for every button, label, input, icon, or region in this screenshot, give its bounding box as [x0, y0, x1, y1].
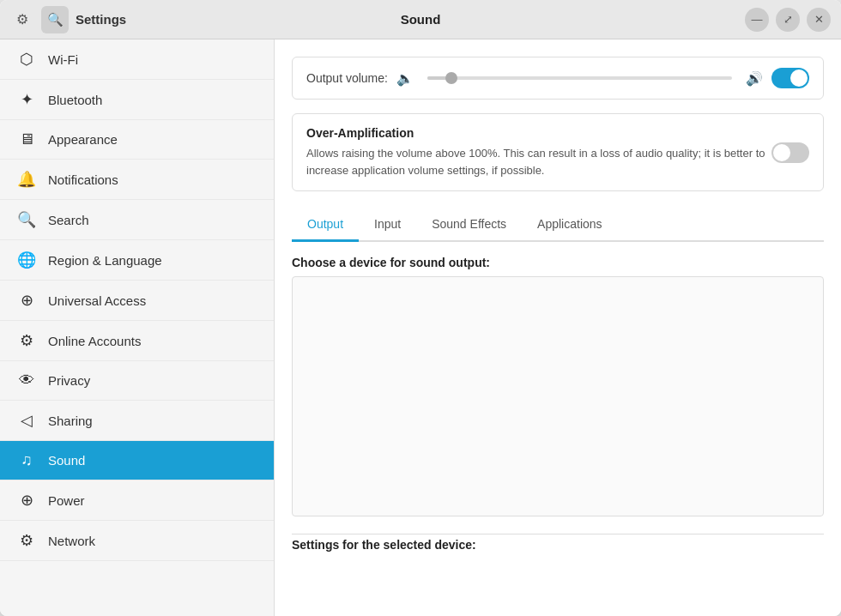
maximize-button[interactable]: ⤢: [776, 8, 800, 32]
sidebar-item-label: Region & Language: [48, 253, 162, 268]
device-list: [292, 276, 824, 516]
sidebar-item-label: Privacy: [48, 373, 90, 388]
minimize-icon: —: [752, 13, 763, 26]
tab-output[interactable]: Output: [292, 208, 359, 242]
sidebar-item-label: Notifications: [48, 172, 118, 187]
maximize-icon: ⤢: [784, 13, 793, 26]
close-icon: ✕: [814, 13, 824, 26]
overamp-section: Over-Amplification Allows raising the vo…: [292, 113, 824, 191]
titlebar: ⚙ 🔍 Settings Sound — ⤢ ✕: [0, 0, 841, 39]
volume-label: Output volume:: [306, 71, 388, 85]
sidebar-item-label: Network: [48, 534, 95, 548]
tab-sound-effects[interactable]: Sound Effects: [416, 208, 522, 242]
settings-heading: Settings for the selected device:: [292, 538, 824, 552]
tab-input[interactable]: Input: [359, 208, 416, 242]
window-controls: — ⤢ ✕: [659, 8, 831, 32]
sidebar-item-sharing[interactable]: ◁ Sharing: [0, 401, 274, 441]
network-icon: ⚙: [17, 531, 36, 550]
sidebar-item-appearance[interactable]: 🖥 Appearance: [0, 120, 274, 160]
window-title: Sound: [182, 12, 659, 27]
overamp-title: Over-Amplification: [306, 126, 770, 140]
sidebar: ⬡ Wi-Fi ✦ Bluetooth 🖥 Appearance 🔔 Notif…: [0, 39, 275, 616]
sidebar-item-label: Wi-Fi: [48, 52, 78, 67]
sidebar-item-privacy[interactable]: 👁 Privacy: [0, 361, 274, 401]
close-button[interactable]: ✕: [807, 8, 831, 32]
tabs: Output Input Sound Effects Applications: [292, 208, 824, 242]
sidebar-item-network[interactable]: ⚙ Network: [0, 521, 274, 561]
sidebar-item-label: Power: [48, 493, 85, 508]
main-content: ⬡ Wi-Fi ✦ Bluetooth 🖥 Appearance 🔔 Notif…: [0, 39, 841, 616]
sidebar-item-sound[interactable]: ♫ Sound: [0, 441, 274, 480]
titlebar-left: ⚙ 🔍 Settings: [10, 6, 182, 33]
device-heading: Choose a device for sound output:: [292, 256, 824, 269]
search-icon: 🔍: [47, 12, 64, 27]
sharing-icon: ◁: [17, 411, 36, 430]
sidebar-item-label: Search: [48, 213, 89, 227]
sidebar-item-bluetooth[interactable]: ✦ Bluetooth: [0, 80, 274, 120]
online-accounts-icon: ⚙: [17, 331, 36, 350]
gear-icon[interactable]: ⚙: [10, 8, 34, 32]
sidebar-item-label: Appearance: [48, 132, 118, 147]
appearance-icon: 🖥: [17, 130, 36, 148]
sidebar-item-notifications[interactable]: 🔔 Notifications: [0, 160, 274, 200]
sidebar-item-power[interactable]: ⊕ Power: [0, 480, 274, 521]
wifi-icon: ⬡: [17, 50, 36, 69]
sidebar-item-search[interactable]: 🔍 Search: [0, 200, 274, 240]
sidebar-item-online-accounts[interactable]: ⚙ Online Accounts: [0, 321, 274, 361]
sound-icon: ♫: [17, 451, 36, 469]
sidebar-item-region[interactable]: 🌐 Region & Language: [0, 240, 274, 281]
privacy-icon: 👁: [17, 371, 36, 390]
sidebar-item-label: Universal Access: [48, 293, 146, 308]
region-icon: 🌐: [17, 251, 36, 269]
volume-slider-thumb: [445, 72, 457, 84]
overamp-text: Over-Amplification Allows raising the vo…: [306, 126, 770, 178]
bluetooth-icon: ✦: [17, 90, 36, 109]
notifications-icon: 🔔: [17, 170, 36, 189]
overamp-toggle[interactable]: [771, 142, 809, 163]
device-section: Choose a device for sound output:: [292, 256, 824, 516]
overamp-description: Allows raising the volume above 100%. Th…: [306, 145, 770, 178]
sidebar-item-label: Online Accounts: [48, 334, 141, 348]
search-button[interactable]: 🔍: [41, 6, 69, 33]
volume-toggle[interactable]: [771, 68, 809, 88]
universal-access-icon: ⊕: [17, 291, 36, 310]
sidebar-item-wifi[interactable]: ⬡ Wi-Fi: [0, 39, 274, 80]
app-window: ⚙ 🔍 Settings Sound — ⤢ ✕ ⬡ Wi-Fi: [0, 0, 841, 616]
volume-slider[interactable]: [427, 76, 732, 80]
volume-row: Output volume: 🔈 🔊: [292, 57, 824, 100]
app-title: Settings: [76, 12, 126, 27]
power-icon: ⊕: [17, 491, 36, 510]
search-icon: 🔍: [17, 210, 36, 229]
minimize-button[interactable]: —: [745, 8, 769, 32]
volume-low-icon: 🔈: [396, 70, 414, 87]
sidebar-item-label: Sound: [48, 453, 85, 468]
divider: [292, 534, 824, 534]
sidebar-item-label: Bluetooth: [48, 93, 102, 107]
tab-applications[interactable]: Applications: [522, 208, 618, 242]
content-area: Output volume: 🔈 🔊 Over-Amplification Al…: [275, 39, 841, 616]
volume-high-icon: 🔊: [746, 70, 763, 87]
sidebar-item-universal-access[interactable]: ⊕ Universal Access: [0, 281, 274, 321]
sidebar-item-label: Sharing: [48, 414, 93, 428]
